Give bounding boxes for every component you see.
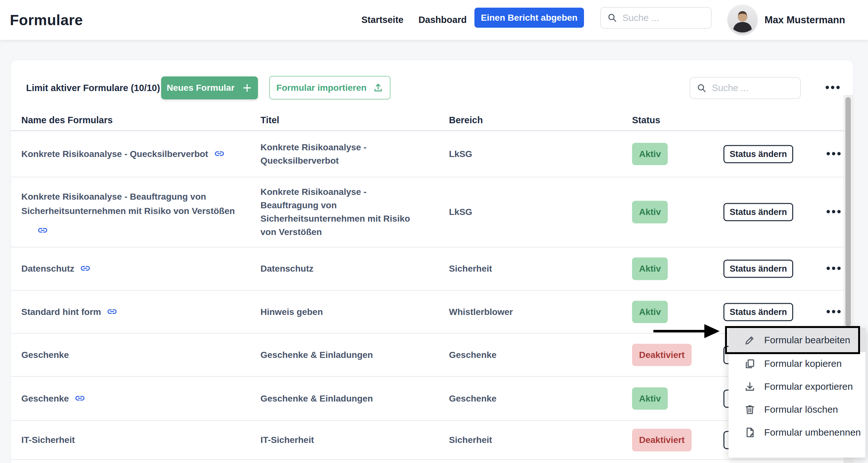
form-name: Geschenke bbox=[21, 391, 241, 406]
column-header-bereich: Bereich bbox=[449, 115, 483, 125]
table-search-input[interactable] bbox=[712, 83, 794, 93]
ellipsis-icon bbox=[826, 210, 841, 215]
search-icon bbox=[697, 83, 707, 93]
form-title: Konkrete Risikoanalyse - Quecksilberverb… bbox=[260, 141, 426, 167]
upload-icon bbox=[373, 83, 383, 93]
form-name: Datenschutz bbox=[21, 262, 241, 276]
row-options-button[interactable] bbox=[826, 266, 841, 271]
table-row: GeschenkeGeschenke & EinladungenGeschenk… bbox=[11, 334, 843, 377]
link-icon[interactable] bbox=[80, 263, 91, 274]
form-name: Konkrete Risikoanalyse - Quecksilberverb… bbox=[21, 147, 241, 161]
ellipsis-icon bbox=[826, 310, 841, 315]
status-change-button[interactable]: Status ändern bbox=[723, 303, 793, 321]
nav-item-startseite[interactable]: Startseite bbox=[362, 14, 403, 25]
form-area: Sicherheit bbox=[449, 262, 492, 276]
column-header-name-des-formulars: Name des Formulars bbox=[21, 115, 113, 125]
form-area: LkSG bbox=[449, 205, 472, 219]
menu-item-label: Formular kopieren bbox=[764, 358, 842, 369]
ellipsis-icon bbox=[825, 85, 840, 90]
top-nav: Startseite Dashboard bbox=[362, 0, 467, 40]
copy-icon bbox=[744, 358, 756, 370]
status-badge: Deaktiviert bbox=[632, 344, 691, 366]
link-icon[interactable] bbox=[107, 306, 118, 317]
ellipsis-icon bbox=[826, 152, 841, 157]
link-icon[interactable] bbox=[37, 225, 48, 236]
trash-icon bbox=[744, 403, 756, 415]
column-header-status: Status bbox=[632, 115, 660, 125]
download-icon bbox=[744, 380, 756, 393]
menu-item-formular-l-schen[interactable]: Formular löschen bbox=[728, 398, 865, 421]
column-header-titel: Titel bbox=[260, 115, 279, 125]
status-badge: Aktiv bbox=[632, 143, 668, 165]
avatar[interactable] bbox=[727, 5, 757, 35]
table-row: Konkrete Risikoanalyse - Beauftragung vo… bbox=[11, 177, 843, 247]
header-search-input[interactable] bbox=[622, 13, 705, 23]
context-menu: Formular bearbeitenFormular kopierenForm… bbox=[728, 328, 865, 458]
link-icon[interactable] bbox=[74, 393, 85, 403]
form-area: Geschenke bbox=[449, 348, 496, 362]
search-icon bbox=[607, 13, 617, 23]
form-title: Geschenke & Einladungen bbox=[260, 348, 426, 362]
table-options-button[interactable] bbox=[822, 82, 844, 94]
table-body: Konkrete Risikoanalyse - Quecksilberverb… bbox=[11, 131, 843, 460]
status-change-button[interactable]: Status ändern bbox=[723, 145, 793, 163]
form-title: Hinweis geben bbox=[260, 305, 426, 319]
menu-item-formular-exportieren[interactable]: Formular exportieren bbox=[728, 375, 865, 398]
link-icon[interactable] bbox=[214, 148, 225, 159]
form-area: Geschenke bbox=[449, 391, 496, 406]
form-title: IT-Sicherheit bbox=[260, 433, 426, 447]
import-form-button-label: Formular importieren bbox=[276, 83, 367, 93]
form-title: Geschenke & Einladungen bbox=[260, 392, 426, 405]
row-options-button[interactable] bbox=[826, 152, 841, 157]
form-area: LkSG bbox=[449, 147, 472, 161]
page-title: Formulare bbox=[10, 11, 83, 29]
plus-icon bbox=[242, 83, 252, 93]
new-form-button-label: Neues Formular bbox=[166, 83, 235, 93]
table-row: IT-SicherheitIT-SicherheitSicherheitDeak… bbox=[11, 421, 843, 460]
table-header-row: Name des FormularsTitelBereichStatus bbox=[11, 110, 843, 131]
table-row: Konkrete Risikoanalyse - Quecksilberverb… bbox=[11, 131, 843, 177]
form-area: Sicherheit bbox=[449, 433, 492, 447]
nav-item-dashboard[interactable]: Dashboard bbox=[418, 14, 466, 25]
form-limit-label: Limit aktiver Formulare (10/10) bbox=[26, 83, 160, 93]
status-badge: Aktiv bbox=[632, 387, 668, 410]
form-area: Whistlerblower bbox=[449, 305, 513, 319]
scrollbar-thumb[interactable] bbox=[845, 97, 851, 327]
menu-item-label: Formular umbenennen bbox=[764, 427, 861, 438]
status-badge: Aktiv bbox=[632, 301, 668, 323]
form-title: Konkrete Risikoanalyse - Beauftragung vo… bbox=[260, 185, 426, 239]
table-row: Standard hint formHinweis gebenWhistlerb… bbox=[11, 291, 843, 334]
table-search bbox=[690, 77, 801, 99]
menu-item-formular-kopieren[interactable]: Formular kopieren bbox=[728, 352, 865, 375]
forms-card: Limit aktiver Formulare (10/10) Neues Fo… bbox=[11, 60, 853, 463]
status-change-button[interactable]: Status ändern bbox=[723, 260, 793, 278]
app-header: Formulare Startseite Dashboard Einen Ber… bbox=[0, 0, 868, 40]
menu-item-label: Formular löschen bbox=[764, 404, 838, 415]
table-row: DatenschutzDatenschutzSicherheitAktivSta… bbox=[11, 247, 843, 291]
form-name: IT-Sicherheit bbox=[21, 433, 241, 447]
form-name: Standard hint form bbox=[21, 305, 241, 319]
status-badge: Deaktiviert bbox=[632, 429, 691, 452]
user-name: Max Mustermann bbox=[765, 14, 845, 26]
ellipsis-icon bbox=[826, 266, 841, 271]
menu-item-formular-bearbeiten[interactable]: Formular bearbeiten bbox=[728, 328, 865, 352]
import-form-button[interactable]: Formular importieren bbox=[269, 76, 391, 100]
menu-item-formular-umbenennen[interactable]: Formular umbenennen bbox=[728, 421, 865, 444]
new-form-button[interactable]: Neues Formular bbox=[161, 76, 258, 99]
menu-item-label: Formular bearbeiten bbox=[764, 335, 850, 345]
status-badge: Aktiv bbox=[632, 201, 668, 223]
pencil-icon bbox=[744, 334, 756, 346]
file-edit-icon bbox=[744, 426, 756, 438]
submit-report-button[interactable]: Einen Bericht abgeben bbox=[474, 8, 584, 28]
header-search bbox=[600, 7, 712, 29]
form-name: Geschenke bbox=[21, 348, 241, 362]
form-name: Konkrete Risikoanalyse - Beauftragung vo… bbox=[21, 190, 241, 235]
table-row: GeschenkeGeschenke & EinladungenGeschenk… bbox=[11, 377, 843, 421]
status-change-button[interactable]: Status ändern bbox=[723, 203, 793, 221]
row-options-button[interactable] bbox=[826, 310, 841, 315]
row-options-button[interactable] bbox=[826, 210, 841, 215]
form-title: Datenschutz bbox=[260, 262, 426, 275]
menu-item-label: Formular exportieren bbox=[764, 381, 853, 392]
status-badge: Aktiv bbox=[632, 257, 668, 280]
